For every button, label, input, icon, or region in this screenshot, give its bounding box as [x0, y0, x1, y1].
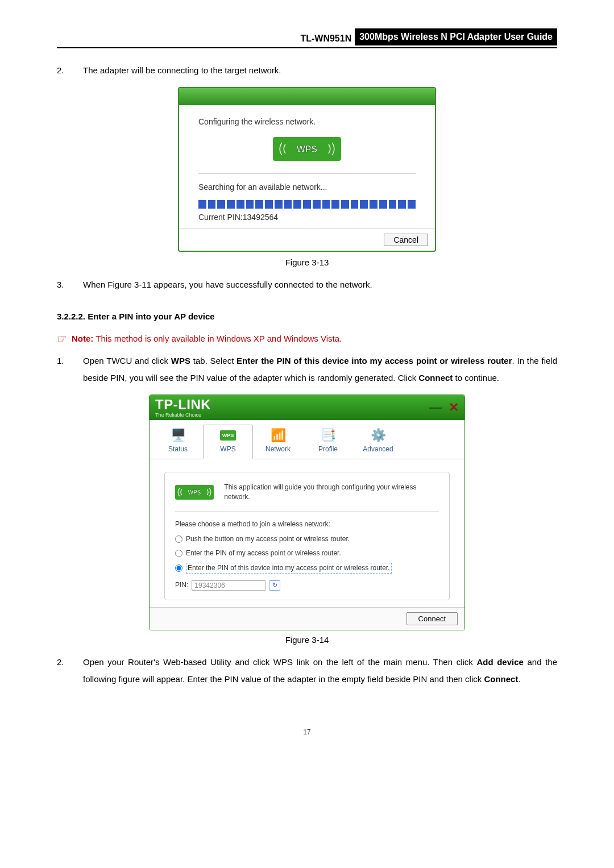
list-number: 2.: [57, 654, 64, 671]
tab-advanced[interactable]: ⚙️ Advanced: [353, 425, 403, 459]
bold-wps: WPS: [171, 356, 190, 366]
svg-text:WPS: WPS: [297, 144, 318, 154]
tab-label: Profile: [318, 445, 338, 453]
note-body-text: This method is only available in Windows…: [96, 334, 342, 343]
model-name: TL-WN951N: [300, 32, 351, 45]
option-enter-ap-pin[interactable]: Enter the PIN of my access point or wire…: [175, 549, 439, 558]
connect-button[interactable]: Connect: [406, 612, 458, 625]
progress-bar: [198, 200, 416, 209]
list-number: 3.: [57, 276, 64, 293]
pin-input[interactable]: [192, 580, 265, 591]
tab-network[interactable]: 📶 Network: [253, 425, 303, 459]
pointing-hand-icon: ☞: [57, 333, 67, 344]
list-number: 1.: [57, 352, 64, 369]
pin-label: PIN:: [175, 580, 188, 590]
figure-caption-14: Figure 3-14: [57, 634, 557, 646]
list-number: 2.: [57, 62, 64, 79]
tab-label: Status: [168, 445, 188, 453]
bold-enter-pin: Enter the PIN of this device into my acc…: [237, 356, 512, 366]
text-fragment: to continue.: [453, 373, 499, 383]
brand-tagline: The Reliable Choice: [155, 413, 211, 418]
text-fragment: Open your Router's Web-based Utility and…: [83, 657, 476, 667]
option-label: Enter the PIN of my access point or wire…: [186, 549, 341, 558]
tab-label: WPS: [220, 445, 235, 453]
configuring-text: Configuring the wireless network.: [198, 117, 416, 128]
pin-row: PIN: ↻: [175, 580, 439, 591]
wps-logo-badge: WPS: [273, 137, 341, 161]
figure-caption-13: Figure 3-13: [57, 256, 557, 268]
radio-enter-ap-pin[interactable]: [175, 550, 182, 557]
tab-wps[interactable]: WPS WPS: [203, 425, 253, 459]
tab-label: Advanced: [363, 445, 393, 453]
chooser-text: Please choose a method to join a wireles…: [175, 520, 439, 529]
window-buttons: — ✕: [429, 399, 459, 417]
option-push-button[interactable]: Push the button on my access point or wi…: [175, 534, 439, 544]
close-icon[interactable]: ✕: [449, 399, 459, 417]
option-enter-device-pin[interactable]: Enter the PIN of this device into my acc…: [175, 563, 439, 574]
wps-small-badge: WPS: [175, 485, 214, 500]
radio-push-button[interactable]: [175, 535, 182, 543]
text-fragment: .: [518, 674, 520, 684]
instruction-list-b-cont: 2. Open your Router's Web-based Utility …: [57, 654, 557, 688]
svg-text:WPS: WPS: [188, 489, 201, 496]
tab-bar: 🖥️ Status WPS WPS 📶 Network 📑 Profile ⚙️…: [150, 420, 464, 459]
guide-title: 300Mbps Wireless N PCI Adapter User Guid…: [355, 28, 557, 45]
tab-status[interactable]: 🖥️ Status: [153, 425, 203, 459]
cancel-button[interactable]: Cancel: [384, 234, 428, 246]
network-icon: 📶: [271, 427, 286, 445]
twcu-window: TP-LINK The Reliable Choice — ✕ 🖥️ Statu…: [149, 394, 465, 630]
instruction-list-a: 2. The adapter will be connecting to the…: [57, 62, 557, 79]
refresh-pin-button[interactable]: ↻: [269, 580, 280, 591]
instruction-item-b1: 1. Open TWCU and click WPS tab. Select E…: [57, 352, 557, 387]
twcu-titlebar: TP-LINK The Reliable Choice — ✕: [150, 395, 464, 420]
monitor-icon: 🖥️: [171, 427, 186, 445]
wps-tab-icon: WPS: [220, 430, 237, 441]
instruction-item-b2: 2. Open your Router's Web-based Utility …: [57, 654, 557, 688]
dialog-titlebar: [179, 88, 435, 105]
radio-enter-device-pin[interactable]: [175, 564, 182, 572]
status-text: Searching for an available network...: [198, 182, 416, 193]
tab-profile[interactable]: 📑 Profile: [303, 425, 353, 459]
profile-icon: 📑: [321, 427, 336, 445]
bold-connect: Connect: [418, 373, 453, 383]
instruction-item-a3: 3. When Figure 3-11 appears, you have su…: [57, 276, 557, 293]
text-fragment: tab. Select: [190, 356, 237, 366]
instruction-list-b: 1. Open TWCU and click WPS tab. Select E…: [57, 352, 557, 387]
note-label: Note:: [72, 334, 93, 343]
wps-config-dialog: Configuring the wireless network. WPS Se…: [178, 87, 436, 252]
minimize-icon[interactable]: —: [429, 399, 442, 417]
tab-label: Network: [265, 445, 291, 453]
bold-add-device: Add device: [476, 657, 523, 667]
brand-name: TP-LINK: [155, 398, 211, 412]
list-text: When Figure 3-11 appears, you have succe…: [83, 280, 372, 289]
brand-block: TP-LINK The Reliable Choice: [155, 398, 211, 418]
instruction-item-a2: 2. The adapter will be connecting to the…: [57, 62, 557, 79]
current-pin-text: Current PIN:13492564: [198, 212, 416, 223]
option-label: Enter the PIN of this device into my acc…: [186, 563, 392, 574]
note-line: ☞ Note: This method is only available in…: [57, 333, 557, 344]
doc-header: TL-WN951N 300Mbps Wireless N PCI Adapter…: [57, 28, 557, 48]
refresh-icon: ↻: [272, 581, 277, 589]
page-number: 17: [57, 728, 557, 737]
instruction-list-a-cont: 3. When Figure 3-11 appears, you have su…: [57, 276, 557, 293]
list-text: The adapter will be connecting to the ta…: [83, 65, 281, 75]
section-heading: 3.2.2.2. Enter a PIN into your AP device: [57, 310, 557, 322]
bold-connect: Connect: [484, 674, 518, 684]
gear-icon: ⚙️: [371, 427, 386, 445]
wps-panel: WPS This application will guide you thro…: [164, 472, 450, 600]
intro-text: This application will guide you through …: [224, 483, 439, 502]
option-label: Push the button on my access point or wi…: [186, 534, 350, 544]
text-fragment: Open TWCU and click: [83, 356, 171, 366]
